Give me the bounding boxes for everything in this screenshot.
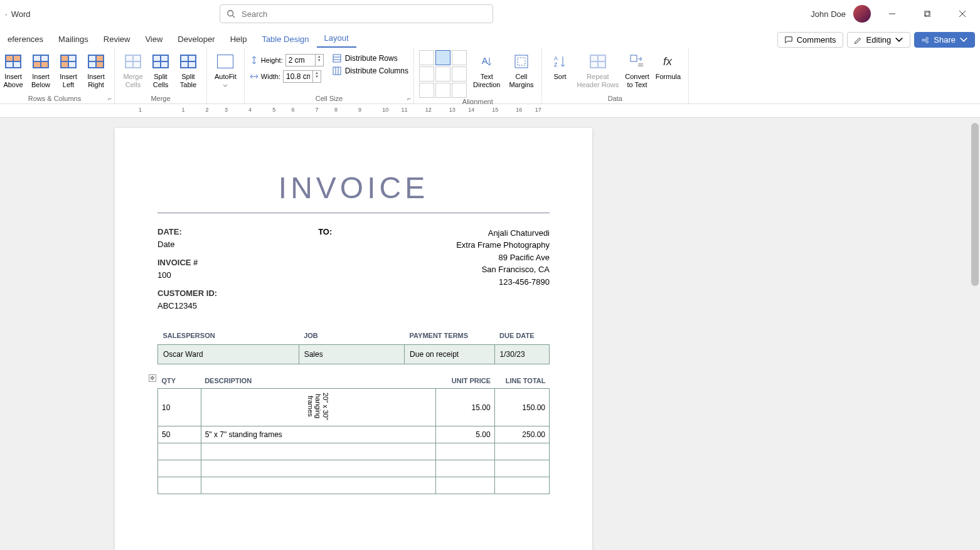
split-table-button[interactable]: SplitTable	[175, 50, 201, 90]
align-bottom-left[interactable]	[419, 83, 434, 98]
svg-rect-3	[924, 11, 929, 16]
info-right[interactable]: TO: Anjali Chaturvedi Extra Frame Photog…	[456, 226, 550, 312]
table-row[interactable]: 50 5" x 7" standing frames 5.00 250.00	[158, 426, 550, 443]
height-down[interactable]: ▼	[316, 58, 323, 62]
avatar[interactable]	[853, 5, 871, 23]
table-move-handle[interactable]: ✥	[149, 374, 156, 382]
invoice-title[interactable]: INVOICE	[157, 171, 550, 205]
maximize-button[interactable]	[913, 5, 941, 23]
group-autofit: AutoFit	[207, 48, 245, 103]
align-middle-center[interactable]	[435, 66, 450, 82]
tab-references[interactable]: eferences	[0, 31, 51, 48]
align-bottom-center[interactable]	[435, 83, 450, 98]
alignment-grid	[419, 50, 467, 98]
distribute-cols-icon	[333, 66, 341, 75]
split-cells-button[interactable]: SplitCells	[147, 50, 174, 90]
tab-help[interactable]: Help	[223, 31, 255, 48]
chevron-down-icon	[895, 36, 903, 45]
cell-margins-icon	[511, 51, 531, 71]
autofit-icon	[215, 51, 235, 71]
height-spinner[interactable]: ▲▼	[285, 54, 324, 66]
distribute-cols-button[interactable]: Distribute Columns	[333, 66, 408, 75]
table-row[interactable]	[158, 460, 550, 477]
sort-button[interactable]: AZ Sort	[547, 50, 573, 82]
table-row: QTY DESCRIPTION UNIT PRICE LINE TOTAL	[158, 373, 550, 389]
repeat-header-icon	[588, 51, 608, 71]
tab-developer[interactable]: Developer	[170, 31, 222, 48]
distribute-rows-button[interactable]: Distribute Rows	[333, 54, 408, 63]
table-row[interactable]: Oscar Ward Sales Due on receipt 1/30/23	[158, 345, 550, 364]
ribbon: InsertAbove InsertBelow InsertLeft Inser…	[0, 48, 980, 104]
formula-icon: fx	[658, 51, 678, 71]
width-input[interactable]	[284, 71, 312, 82]
cell-size-launcher[interactable]: ⌐	[407, 95, 411, 102]
info-left[interactable]: DATE: Date INVOICE # 100 CUSTOMER ID: AB…	[157, 226, 217, 312]
editing-button[interactable]: Editing	[847, 32, 911, 48]
group-alignment: A TextDirection CellMargins Alignment	[414, 48, 542, 103]
close-button[interactable]	[949, 5, 976, 23]
autofit-button[interactable]: AutoFit	[212, 50, 239, 90]
convert-icon	[627, 51, 647, 71]
tab-layout[interactable]: Layout	[317, 29, 356, 48]
minimize-button[interactable]	[878, 5, 906, 23]
items-table-wrap: ✥ QTY DESCRIPTION UNIT PRICE LINE TOTAL …	[157, 373, 550, 494]
align-middle-left[interactable]	[419, 66, 434, 82]
comments-button[interactable]: Comments	[777, 32, 843, 48]
width-down[interactable]: ▼	[313, 75, 321, 78]
align-top-left[interactable]	[419, 50, 434, 65]
comment-icon	[784, 36, 793, 45]
align-top-right[interactable]	[452, 50, 467, 65]
items-table[interactable]: QTY DESCRIPTION UNIT PRICE LINE TOTAL 10…	[157, 373, 550, 494]
insert-right-button[interactable]: InsertRight	[83, 50, 109, 90]
width-spinner[interactable]: ▲▼	[283, 70, 321, 83]
tab-table-design[interactable]: Table Design	[254, 31, 316, 48]
table-row[interactable]: 10 20" x 30" hanging frames 15.00 150.00	[158, 389, 550, 426]
horizontal-ruler[interactable]: 1 1 2 3 4 5 6 7 8 9 10 11 12 13 14 15 16…	[0, 104, 980, 118]
table-row[interactable]	[158, 443, 550, 460]
sale-table[interactable]: SALESPERSON JOB PAYMENT TERMS DUE DATE O…	[157, 327, 550, 364]
info-row: DATE: Date INVOICE # 100 CUSTOMER ID: AB…	[157, 226, 550, 312]
align-top-center[interactable]	[435, 50, 450, 65]
height-icon	[250, 56, 258, 65]
formula-button[interactable]: fx Formula	[653, 50, 683, 82]
distribute-rows-icon	[333, 54, 341, 63]
group-rows-columns: InsertAbove InsertBelow InsertLeft Inser…	[0, 48, 115, 103]
svg-rect-18	[631, 55, 637, 61]
insert-left-button[interactable]: InsertLeft	[55, 50, 82, 90]
convert-to-text-button[interactable]: Convertto Text	[622, 50, 652, 90]
insert-left-icon	[58, 51, 78, 71]
page[interactable]: INVOICE DATE: Date INVOICE # 100 CUSTOME…	[115, 128, 592, 550]
share-button[interactable]: Share	[914, 32, 975, 48]
svg-text:A: A	[482, 56, 488, 66]
vertical-scrollbar[interactable]	[970, 118, 980, 550]
chevron-down-icon	[223, 84, 228, 87]
tabs-actions: Comments Editing Share	[777, 32, 975, 48]
align-bottom-right[interactable]	[452, 83, 467, 98]
cell-margins-button[interactable]: CellMargins	[506, 50, 536, 90]
align-middle-right[interactable]	[452, 66, 467, 82]
document-area[interactable]: INVOICE DATE: Date INVOICE # 100 CUSTOME…	[0, 118, 980, 550]
svg-point-0	[228, 11, 233, 16]
insert-above-button[interactable]: InsertAbove	[0, 50, 26, 90]
table-row[interactable]	[158, 477, 550, 494]
insert-right-icon	[86, 51, 106, 71]
text-direction-button[interactable]: A TextDirection	[471, 50, 503, 90]
tab-review[interactable]: Review	[96, 31, 138, 48]
svg-rect-15	[518, 58, 525, 65]
search-icon	[226, 9, 235, 18]
rows-cols-launcher[interactable]: ⌐	[108, 95, 112, 102]
insert-above-icon	[3, 51, 23, 71]
tab-view[interactable]: View	[137, 31, 170, 48]
insert-below-button[interactable]: InsertBelow	[28, 50, 54, 90]
search-box[interactable]	[220, 4, 493, 23]
share-icon	[921, 36, 930, 45]
svg-rect-10	[333, 67, 341, 75]
svg-line-1	[233, 16, 235, 18]
title-rule	[157, 213, 550, 213]
tab-mailings[interactable]: Mailings	[51, 31, 96, 48]
app-title: · Word	[5, 9, 30, 19]
height-input[interactable]	[286, 55, 315, 66]
search-input[interactable]	[242, 9, 486, 19]
width-icon	[250, 72, 258, 81]
scrollbar-thumb[interactable]	[971, 123, 979, 286]
